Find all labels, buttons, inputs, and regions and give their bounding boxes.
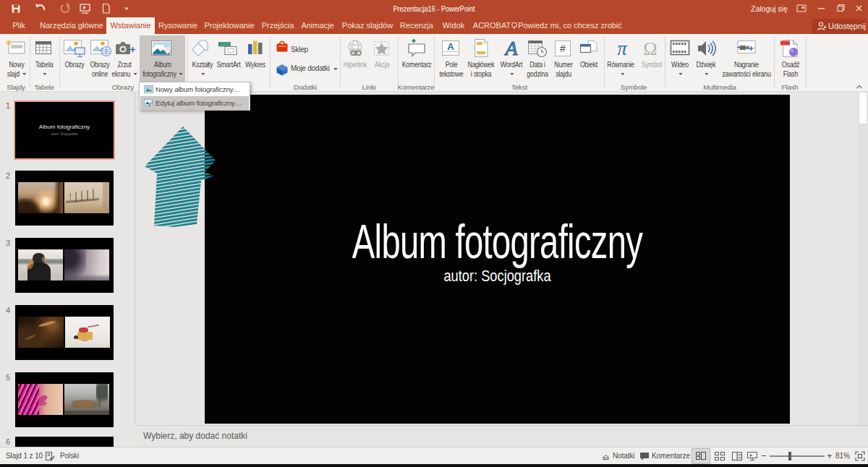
svg-text:π: π (617, 38, 628, 59)
svg-text:#: # (560, 43, 566, 54)
svg-text:A: A (447, 41, 454, 52)
svg-text:Ω: Ω (643, 38, 657, 59)
svg-text:A: A (503, 38, 518, 59)
